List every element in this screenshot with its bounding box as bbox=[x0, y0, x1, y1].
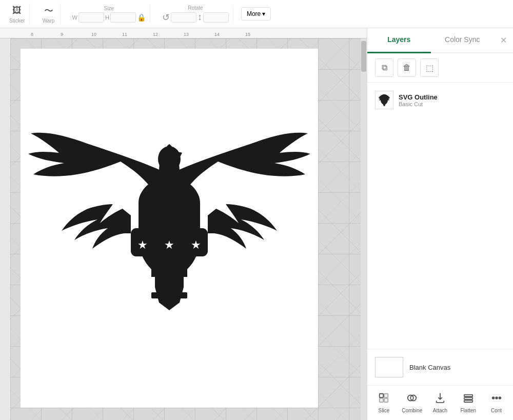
more-label: More bbox=[247, 10, 261, 17]
warp-tool[interactable]: 〜 Warp bbox=[42, 4, 56, 25]
blank-canvas-item[interactable]: Blank Canvas bbox=[375, 357, 505, 377]
slice-tool[interactable]: Slice bbox=[370, 390, 398, 416]
layer-info: SVG Outline Basic Cut bbox=[399, 93, 505, 107]
size-inputs: Size W H 🔒 bbox=[72, 6, 146, 23]
lock-icon[interactable]: 🔒 bbox=[137, 13, 146, 22]
panel-tabs: Layers Color Sync ✕ bbox=[367, 28, 513, 53]
warp-label: Warp bbox=[43, 18, 55, 24]
attach-icon bbox=[435, 392, 446, 406]
warp-group: 〜 Warp bbox=[37, 4, 61, 25]
flatten-tool[interactable]: Flatten bbox=[454, 390, 482, 416]
cont-icon bbox=[491, 392, 502, 406]
svg-text:★: ★ bbox=[191, 238, 201, 251]
attach-tool[interactable]: Attach bbox=[426, 390, 455, 416]
combine-tool[interactable]: Combine bbox=[398, 390, 426, 416]
sticker-icon: 🖼 bbox=[10, 4, 24, 18]
sticker-group: 🖼 Sticker bbox=[5, 4, 30, 25]
delete-icon: 🗑 bbox=[403, 63, 411, 72]
size-label: Size bbox=[104, 6, 114, 11]
canvas-container[interactable]: ★ ★ ★ bbox=[10, 38, 367, 420]
ruler-mark-13: 13 bbox=[184, 32, 189, 37]
size-input-row: W H 🔒 bbox=[72, 12, 146, 23]
flatten-label: Flatten bbox=[461, 408, 477, 413]
svg-rect-14 bbox=[464, 401, 473, 403]
ruler-mark-8: 8 bbox=[31, 32, 33, 37]
eagle-design[interactable]: ★ ★ ★ bbox=[26, 64, 313, 397]
rotate-input[interactable] bbox=[171, 12, 196, 23]
close-icon: ✕ bbox=[500, 36, 507, 45]
flip-icon: ↕ bbox=[198, 12, 202, 23]
canvas-area: 8 9 10 11 12 13 14 15 bbox=[0, 28, 367, 420]
svg-rect-7 bbox=[384, 394, 388, 397]
duplicate-button[interactable]: ⧉ bbox=[375, 58, 393, 77]
combine-icon bbox=[406, 392, 418, 406]
sticker-label: Sticker bbox=[9, 18, 25, 24]
rotate-group: Rotate ↺ ↕ bbox=[158, 5, 233, 23]
svg-point-15 bbox=[492, 397, 494, 399]
height-icon: H bbox=[105, 14, 109, 21]
duplicate-icon: ⧉ bbox=[382, 63, 387, 72]
canvas-background[interactable]: ★ ★ ★ bbox=[10, 38, 367, 420]
delete-button[interactable]: 🗑 bbox=[398, 58, 416, 77]
ruler-marks: 8 9 10 11 12 13 14 15 bbox=[10, 28, 361, 38]
vertical-scrollbar[interactable] bbox=[361, 38, 367, 420]
scrollbar-thumb[interactable] bbox=[361, 41, 366, 72]
attach-label: Attach bbox=[433, 408, 447, 413]
combine-label: Combine bbox=[402, 408, 422, 413]
more-dropdown-icon: ▾ bbox=[262, 10, 265, 17]
group-icon: ⬚ bbox=[426, 63, 433, 73]
svg-rect-12 bbox=[464, 395, 473, 397]
layer-item[interactable]: SVG Outline Basic Cut bbox=[367, 87, 513, 113]
blank-canvas-label: Blank Canvas bbox=[409, 364, 450, 371]
svg-rect-1 bbox=[163, 170, 175, 181]
blank-canvas-thumbnail bbox=[375, 357, 403, 377]
main-area: 8 9 10 11 12 13 14 15 bbox=[0, 28, 513, 420]
width-input[interactable] bbox=[78, 12, 104, 23]
cont-label: Cont bbox=[491, 408, 502, 413]
slice-icon bbox=[378, 392, 389, 406]
layer-type: Basic Cut bbox=[399, 101, 505, 107]
blank-canvas-section: Blank Canvas bbox=[367, 349, 513, 385]
ruler-mark-14: 14 bbox=[214, 32, 220, 37]
ruler-mark-15: 15 bbox=[245, 32, 250, 37]
size-group: Size W H 🔒 bbox=[68, 6, 150, 23]
top-toolbar: 🖼 Sticker 〜 Warp Size W H 🔒 Rotate ↺ bbox=[0, 0, 513, 28]
panel-toolbar: ⧉ 🗑 ⬚ bbox=[367, 53, 513, 83]
ruler-mark-11: 11 bbox=[122, 32, 127, 37]
right-panel: Layers Color Sync ✕ ⧉ 🗑 ⬚ bbox=[367, 28, 513, 420]
svg-text:★: ★ bbox=[137, 238, 148, 251]
flatten-icon bbox=[463, 392, 474, 406]
ruler-mark-10: 10 bbox=[91, 32, 96, 37]
warp-icon: 〜 bbox=[42, 4, 56, 18]
more-button[interactable]: More ▾ bbox=[241, 7, 271, 21]
svg-rect-13 bbox=[464, 397, 473, 399]
tab-color-sync[interactable]: Color Sync bbox=[431, 28, 495, 52]
tab-layers[interactable]: Layers bbox=[367, 28, 431, 52]
rotate-icon: ↺ bbox=[162, 12, 170, 23]
svg-point-17 bbox=[499, 397, 501, 399]
svg-point-16 bbox=[496, 397, 498, 399]
sticker-tool[interactable]: 🖼 Sticker bbox=[9, 4, 25, 25]
svg-point-0 bbox=[158, 146, 181, 172]
rotate-input-row: ↺ ↕ bbox=[162, 12, 229, 23]
svg-text:★: ★ bbox=[164, 238, 174, 251]
width-icon: W bbox=[72, 14, 77, 21]
group-button[interactable]: ⬚ bbox=[420, 58, 439, 77]
rotate-label: Rotate bbox=[188, 5, 203, 11]
panel-close-button[interactable]: ✕ bbox=[494, 28, 513, 52]
layer-name: SVG Outline bbox=[399, 93, 505, 101]
svg-rect-9 bbox=[384, 398, 388, 402]
layer-thumbnail bbox=[375, 91, 393, 109]
svg-rect-5 bbox=[151, 292, 187, 298]
svg-rect-6 bbox=[380, 394, 383, 397]
layer-thumb-svg bbox=[377, 93, 391, 107]
ruler-mark-9: 9 bbox=[61, 32, 63, 37]
panel-bottom-toolbar: Slice Combine Attach bbox=[367, 385, 513, 420]
cont-tool[interactable]: Cont bbox=[482, 390, 510, 416]
rotate-inputs: Rotate ↺ ↕ bbox=[162, 5, 229, 23]
height-input[interactable] bbox=[110, 12, 136, 23]
flip-input[interactable] bbox=[203, 12, 229, 23]
slice-label: Slice bbox=[379, 408, 390, 413]
svg-rect-8 bbox=[380, 398, 383, 402]
layer-list: SVG Outline Basic Cut bbox=[367, 83, 513, 349]
